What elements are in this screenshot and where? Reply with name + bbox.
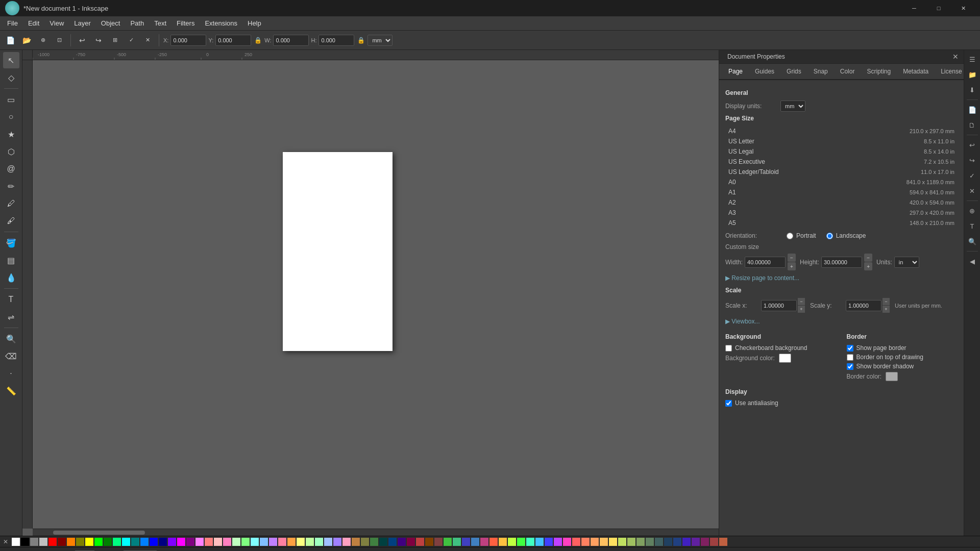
maximize-button[interactable]: □: [927, 0, 950, 16]
display-units-select[interactable]: mminpx: [780, 101, 805, 112]
palette-color-cell[interactable]: [352, 538, 360, 546]
palette-color-cell[interactable]: [260, 538, 268, 546]
palette-color-cell[interactable]: [30, 538, 38, 546]
palette-color-cell[interactable]: [489, 538, 498, 546]
palette-color-cell[interactable]: [140, 538, 149, 546]
palette-color-cell[interactable]: [701, 538, 709, 546]
palette-color-cell[interactable]: [545, 538, 553, 546]
menu-help[interactable]: Help: [242, 17, 266, 29]
palette-color-cell[interactable]: [425, 538, 433, 546]
palette-color-cell[interactable]: [195, 538, 204, 546]
palette-color-cell[interactable]: [618, 538, 626, 546]
palette-color-cell[interactable]: [131, 538, 139, 546]
palette-color-cell[interactable]: [572, 538, 580, 546]
palette-color-cell[interactable]: [214, 538, 222, 546]
palette-color-cell[interactable]: [636, 538, 645, 546]
palette-color-cell[interactable]: [67, 538, 75, 546]
palette-color-cell[interactable]: [333, 538, 341, 546]
toolbar-icon8[interactable]: ✓: [124, 33, 138, 47]
menu-filters[interactable]: Filters: [172, 17, 200, 29]
palette-color-cell[interactable]: [535, 538, 544, 546]
palette-color-cell[interactable]: [692, 538, 700, 546]
border-color-swatch[interactable]: [886, 372, 898, 381]
portrait-radio[interactable]: [787, 233, 793, 239]
palette-color-cell[interactable]: [646, 538, 654, 546]
landscape-radio[interactable]: [826, 233, 833, 239]
palette-color-cell[interactable]: [361, 538, 369, 546]
palette-color-cell[interactable]: [150, 538, 158, 546]
panel-close-button[interactable]: ✕: [950, 51, 961, 63]
palette-color-cell[interactable]: [159, 538, 167, 546]
tab-color[interactable]: Color: [834, 64, 861, 80]
zoom-tool[interactable]: 🔍: [3, 331, 19, 347]
palette-color-cell[interactable]: [673, 538, 681, 546]
palette-color-cell[interactable]: [12, 538, 20, 546]
text-tool[interactable]: T: [3, 291, 19, 308]
palette-color-cell[interactable]: [591, 538, 599, 546]
height-decrease-btn[interactable]: −: [864, 254, 872, 262]
toolbar-new[interactable]: 📄: [3, 33, 17, 47]
palette-color-cell[interactable]: [453, 538, 461, 546]
palette-color-cell[interactable]: [434, 538, 443, 546]
page-size-row[interactable]: A4210.0 x 297.0 mm: [725, 126, 958, 136]
spray-tool[interactable]: ·: [3, 365, 19, 382]
palette-color-cell[interactable]: [379, 538, 387, 546]
ri-btn-5[interactable]: 🗋: [965, 118, 979, 132]
canvas-workspace[interactable]: [33, 60, 719, 529]
palette-color-cell[interactable]: [177, 538, 185, 546]
palette-color-cell[interactable]: [407, 538, 415, 546]
width-decrease-btn[interactable]: −: [788, 254, 796, 262]
palette-color-cell[interactable]: [223, 538, 231, 546]
palette-color-cell[interactable]: [21, 538, 29, 546]
tab-page[interactable]: Page: [722, 64, 749, 80]
palette-color-cell[interactable]: [655, 538, 663, 546]
h-input[interactable]: [318, 35, 354, 46]
x-input[interactable]: [170, 35, 206, 46]
units-select[interactable]: mminpx: [368, 35, 393, 46]
dropper-tool[interactable]: 💧: [3, 269, 19, 286]
menu-file[interactable]: File: [2, 17, 23, 29]
page-size-row[interactable]: US Executive7.2 x 10.5 in: [725, 157, 958, 167]
custom-units-select[interactable]: inmmpx: [894, 257, 919, 268]
minimize-button[interactable]: ─: [902, 0, 926, 16]
ri-btn-4[interactable]: 📄: [965, 103, 979, 117]
ri-btn-7[interactable]: ↪: [965, 153, 979, 167]
palette-color-cell[interactable]: [186, 538, 194, 546]
page-size-row[interactable]: A0841.0 x 1189.0 mm: [725, 177, 958, 187]
palette-color-cell[interactable]: [398, 538, 406, 546]
width-input[interactable]: [745, 257, 786, 268]
ri-btn-1[interactable]: ☰: [965, 52, 979, 66]
tab-scripting[interactable]: Scripting: [861, 64, 897, 80]
bg-color-swatch[interactable]: [779, 354, 791, 363]
palette-color-cell[interactable]: [104, 538, 112, 546]
y-input[interactable]: [215, 35, 251, 46]
palette-color-cell[interactable]: [76, 538, 84, 546]
palette-color-cell[interactable]: [324, 538, 332, 546]
palette-color-cell[interactable]: [342, 538, 351, 546]
height-increase-btn[interactable]: +: [864, 262, 872, 270]
toolbar-open[interactable]: 📂: [19, 33, 34, 47]
palette-color-cell[interactable]: [581, 538, 590, 546]
palette-color-cell[interactable]: [122, 538, 130, 546]
scale-y-increase-btn[interactable]: +: [883, 306, 890, 313]
calligraphy-tool[interactable]: 🖋: [3, 213, 19, 229]
palette-color-cell[interactable]: [462, 538, 470, 546]
h-scroll-thumb[interactable]: [53, 531, 145, 535]
ri-btn-8[interactable]: ✓: [965, 168, 979, 183]
palette-color-cell[interactable]: [232, 538, 240, 546]
palette-color-cell[interactable]: [278, 538, 286, 546]
connector-tool[interactable]: ⇌: [3, 309, 19, 325]
scale-y-decrease-btn[interactable]: −: [883, 298, 890, 305]
show-border-shadow-checkbox[interactable]: [847, 363, 853, 370]
palette-color-cell[interactable]: [508, 538, 516, 546]
canvas-area[interactable]: -1000 -750 -500 -250 0 250: [22, 50, 719, 536]
tab-metadata[interactable]: Metadata: [897, 64, 935, 80]
ri-btn-10[interactable]: ⊕: [965, 204, 979, 218]
palette-color-cell[interactable]: [526, 538, 534, 546]
palette-color-cell[interactable]: [444, 538, 452, 546]
palette-color-cell[interactable]: [85, 538, 93, 546]
palette-color-cell[interactable]: [710, 538, 718, 546]
lock-size-button[interactable]: 🔒: [356, 36, 365, 45]
ri-btn-13[interactable]: ◀: [965, 254, 979, 268]
star-tool[interactable]: ★: [3, 126, 19, 142]
